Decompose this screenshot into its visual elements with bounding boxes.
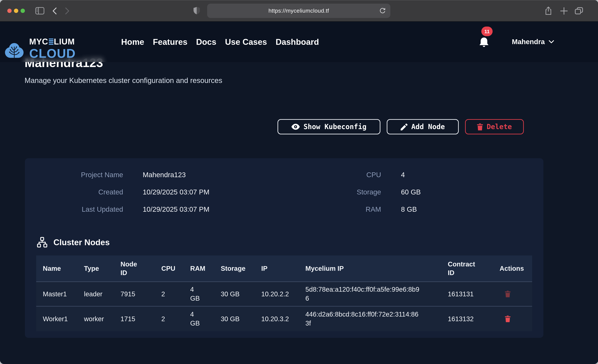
show-kubeconfig-button[interactable]: Show Kubeconfig (278, 119, 380, 134)
col-actions: Actions (493, 256, 532, 281)
url-text: https://myceliumcloud.tf (269, 8, 329, 14)
ram-label: RAM (319, 205, 381, 214)
table-row: Master1 leader 7915 2 4 GB 30 GB 10.20.2… (36, 282, 532, 306)
close-window-button[interactable] (7, 9, 12, 13)
brand-e-bars-icon (49, 39, 53, 45)
cell-cpu: 2 (155, 306, 183, 331)
cell-node-id: 7915 (114, 282, 155, 306)
col-node-id: Node ID (114, 256, 155, 281)
col-mycelium-ip: Mycelium IP (299, 256, 441, 281)
created-label: Created (36, 188, 123, 197)
project-name-label: Project Name (36, 170, 123, 180)
delete-node-icon[interactable] (505, 315, 511, 322)
share-icon[interactable] (544, 0, 552, 22)
cell-type: worker (77, 306, 114, 331)
col-ip: IP (255, 256, 299, 281)
cell-mycelium-ip: 446:d2a6:8bcd:8c16:ff0f:72e2:3114:863f (299, 306, 441, 331)
cluster-nodes-heading: Cluster Nodes (37, 237, 110, 248)
zoom-window-button[interactable] (21, 9, 25, 13)
app-header: Mahendra123 (0, 22, 598, 62)
storage-value: 60 GB (401, 188, 421, 197)
cpu-value: 4 (401, 170, 405, 180)
col-name: Name (36, 256, 77, 281)
col-type: Type (77, 256, 114, 281)
project-name-value: Mahendra123 (143, 170, 186, 180)
cell-contract-id: 1613132 (441, 306, 493, 331)
delete-node-icon[interactable] (505, 291, 511, 297)
page-subtitle: Manage your Kubernetes cluster configura… (25, 76, 222, 86)
browser-chrome: https://myceliumcloud.tf (0, 0, 598, 22)
last-updated-value: 10/29/2025 03:07 PM (143, 205, 209, 214)
ram-value: 8 GB (401, 205, 417, 214)
cell-actions (493, 306, 532, 331)
cell-ram: 4 GB (183, 306, 214, 331)
add-node-button[interactable]: Add Node (387, 119, 459, 134)
chevron-down-icon (549, 40, 554, 43)
nav-dashboard[interactable]: Dashboard (276, 37, 319, 47)
new-tab-icon[interactable] (560, 0, 568, 22)
network-icon (37, 237, 48, 248)
user-name: Mahendra (512, 38, 545, 46)
col-cpu: CPU (155, 256, 183, 281)
created-value: 10/29/2025 03:07 PM (143, 188, 209, 197)
trash-icon (477, 123, 483, 130)
back-button[interactable] (52, 0, 57, 22)
cell-type: leader (77, 282, 114, 306)
table-header-row: Name Type Node ID CPU RAM Storage IP Myc… (36, 256, 532, 282)
delete-cluster-button[interactable]: Delete (465, 119, 524, 134)
nav-use-cases[interactable]: Use Cases (225, 37, 267, 47)
cell-storage: 30 GB (214, 306, 255, 331)
project-info-right: CPU4 Storage60 GB RAM8 GB (319, 170, 421, 222)
shield-icon[interactable] (193, 0, 200, 22)
page: Mahendra123 Manage your Kubernetes clust… (0, 22, 598, 364)
col-contract-id: Contract ID (441, 256, 493, 281)
cpu-label: CPU (319, 170, 381, 180)
forward-button[interactable] (65, 0, 70, 22)
col-storage: Storage (214, 256, 255, 281)
cell-ram: 4 GB (183, 282, 214, 306)
brand-line-mycelium: MYCLIUM (29, 37, 76, 46)
cluster-nodes-table: Name Type Node ID CPU RAM Storage IP Myc… (36, 256, 532, 331)
cluster-actions-row: Show Kubeconfig Add Node Delete (25, 119, 524, 134)
nav-docs[interactable]: Docs (196, 37, 216, 47)
cell-ip: 10.20.3.2 (255, 306, 299, 331)
last-updated-label: Last Updated (36, 205, 123, 214)
minimize-window-button[interactable] (14, 9, 18, 13)
col-ram: RAM (183, 256, 214, 281)
cell-cpu: 2 (155, 282, 183, 306)
brand-logo-icon[interactable] (5, 40, 24, 61)
cell-contract-id: 1613131 (441, 282, 493, 306)
refresh-icon[interactable] (379, 7, 386, 14)
address-bar[interactable]: https://myceliumcloud.tf (207, 4, 390, 18)
cell-node-id: 1715 (114, 306, 155, 331)
storage-label: Storage (319, 188, 381, 197)
cell-name: Master1 (36, 282, 77, 306)
brand-wordmark[interactable]: MYCLIUM CLOUD (29, 37, 76, 60)
notification-badge: 11 (481, 26, 493, 36)
eye-icon (292, 124, 300, 130)
cell-ip: 10.20.2.2 (255, 282, 299, 306)
user-menu[interactable]: Mahendra (512, 22, 554, 62)
cell-storage: 30 GB (214, 282, 255, 306)
sidebar-toggle-icon[interactable] (35, 0, 44, 22)
main-nav: Home Features Docs Use Cases Dashboard (121, 22, 319, 62)
table-row: Worker1 worker 1715 2 4 GB 30 GB 10.20.3… (36, 306, 532, 331)
tab-overview-icon[interactable] (575, 0, 583, 22)
pencil-icon (401, 123, 408, 130)
brand-line-cloud: CLOUD (29, 47, 76, 60)
cell-mycelium-ip: 5d8:78ea:a120:f40c:ff0f:a5fe:99e6:8b96 (299, 282, 441, 306)
nav-features[interactable]: Features (153, 37, 187, 47)
project-info-card: Project NameMahendra123 Created10/29/202… (25, 158, 543, 338)
bell-icon[interactable] (479, 37, 489, 48)
nav-home[interactable]: Home (121, 37, 144, 47)
cell-name: Worker1 (36, 306, 77, 331)
browser-window: https://myceliumcloud.tf (0, 0, 598, 364)
project-info-left: Project NameMahendra123 Created10/29/202… (36, 170, 209, 222)
cell-actions (493, 282, 532, 306)
